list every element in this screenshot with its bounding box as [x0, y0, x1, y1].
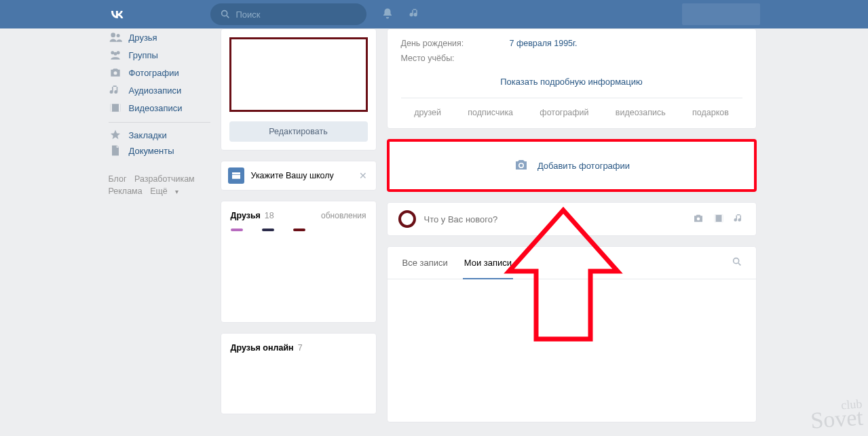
search-icon: [220, 9, 231, 20]
wall: Все записи Мои записи: [387, 246, 757, 422]
friends-count: 18: [265, 211, 274, 220]
user-menu[interactable]: [682, 3, 760, 25]
chevron-down-icon: ▾: [175, 188, 178, 195]
friends-icon: [109, 31, 122, 44]
sidebar-item-label: Группы: [129, 50, 158, 60]
post-input[interactable]: [424, 214, 684, 224]
svg-point-0: [221, 11, 227, 16]
birthday-value[interactable]: 7 февраля 1995г.: [510, 36, 578, 51]
sidebar-item-label: Аудиозаписи: [129, 85, 182, 96]
footer-dev[interactable]: Разработчикам: [134, 174, 195, 184]
svg-rect-10: [119, 104, 121, 112]
profile-photo-card: Редактировать: [221, 28, 377, 151]
avatar: [398, 210, 416, 228]
sidebar-item-label: Документы: [129, 146, 174, 156]
sidebar-item-label: Видеозаписи: [129, 103, 183, 113]
counter-followers[interactable]: подписчика: [468, 108, 513, 117]
profile-photo[interactable]: [229, 37, 368, 112]
attach-audio-icon[interactable]: [733, 212, 745, 226]
friends-online-title: Друзья онлайн: [231, 343, 294, 353]
music-icon[interactable]: [409, 7, 421, 22]
post-composer[interactable]: [387, 202, 757, 236]
svg-point-7: [113, 71, 117, 75]
svg-line-18: [738, 263, 740, 265]
svg-rect-9: [110, 104, 112, 112]
school-icon: [228, 167, 244, 184]
study-label: Место учёбы:: [401, 51, 510, 66]
svg-point-13: [696, 217, 700, 220]
sidebar-item-audio[interactable]: Аудиозаписи: [109, 81, 210, 99]
sidebar-item-video[interactable]: Видеозаписи: [109, 99, 210, 117]
tab-all-posts[interactable]: Все записи: [401, 247, 449, 279]
svg-point-17: [733, 258, 738, 264]
friends-block[interactable]: Друзья 18 обновления: [221, 201, 377, 323]
svg-point-3: [116, 34, 119, 37]
counter-videos[interactable]: видеозапись: [616, 108, 666, 117]
counter-gifts[interactable]: подарков: [692, 108, 729, 117]
sidebar-item-groups[interactable]: Группы: [109, 46, 210, 64]
svg-rect-15: [714, 214, 715, 222]
add-photos-label: Добавить фотографии: [537, 161, 630, 171]
topbar: [0, 0, 868, 28]
tab-my-posts[interactable]: Мои записи: [463, 247, 513, 279]
friends-online-block[interactable]: Друзья онлайн 7: [221, 333, 377, 414]
svg-point-2: [111, 33, 115, 37]
sidebar-item-label: Фотографии: [129, 68, 179, 78]
doc-icon: [109, 144, 122, 157]
attach-video-icon[interactable]: [713, 212, 725, 226]
svg-rect-16: [721, 214, 723, 222]
video-icon: [109, 101, 122, 115]
footer-links: Блог Разработчикам Реклама Ещё ▾: [109, 173, 210, 198]
close-icon[interactable]: ✕: [357, 170, 369, 182]
svg-line-1: [227, 16, 229, 18]
camera-icon: [513, 157, 529, 175]
star-icon: [109, 128, 122, 142]
friends-online-count: 7: [298, 343, 303, 353]
svg-point-12: [520, 163, 523, 167]
counter-photos[interactable]: фотографий: [540, 108, 588, 117]
counter-friends[interactable]: друзей: [414, 108, 441, 117]
profile-info-card: День рождения: 7 февраля 1995г. Место уч…: [387, 28, 757, 129]
logo[interactable]: [109, 6, 210, 22]
groups-icon: [109, 48, 122, 62]
attach-photo-icon[interactable]: [692, 212, 704, 226]
search-box[interactable]: [210, 3, 366, 25]
audio-icon: [109, 83, 122, 97]
add-photos-block[interactable]: Добавить фотографии: [387, 139, 757, 192]
wall-search-icon[interactable]: [732, 256, 742, 269]
footer-ads[interactable]: Реклама: [109, 186, 143, 196]
friends-updates[interactable]: обновления: [321, 211, 366, 220]
footer-more[interactable]: Ещё ▾: [150, 186, 184, 196]
friend-previews: [231, 229, 366, 231]
sidebar-item-label: Друзья: [129, 33, 157, 43]
search-input[interactable]: [236, 9, 345, 20]
sidebar-item-label: Закладки: [129, 130, 167, 140]
friends-title: Друзья: [231, 211, 261, 220]
svg-point-6: [113, 52, 117, 56]
sidebar: Друзья Группы Фотографии Аудиозаписи Вид…: [109, 28, 210, 198]
school-prompt-text: Укажите Вашу школу: [251, 171, 350, 180]
footer-blog[interactable]: Блог: [109, 174, 127, 184]
birthday-label: День рождения:: [401, 36, 510, 51]
notifications-icon[interactable]: [381, 7, 394, 22]
sidebar-item-documents[interactable]: Документы: [109, 142, 210, 159]
edit-button[interactable]: Редактировать: [229, 121, 368, 142]
sidebar-item-photos[interactable]: Фотографии: [109, 64, 210, 81]
photo-icon: [109, 66, 122, 79]
profile-counters: друзей подписчика фотографий видеозапись…: [401, 98, 742, 117]
sidebar-item-bookmarks[interactable]: Закладки: [109, 122, 210, 142]
show-more-info[interactable]: Показать подробную информацию: [401, 66, 742, 87]
school-prompt-card[interactable]: Укажите Вашу школу ✕: [221, 161, 377, 191]
sidebar-item-friends[interactable]: Друзья: [109, 28, 210, 46]
